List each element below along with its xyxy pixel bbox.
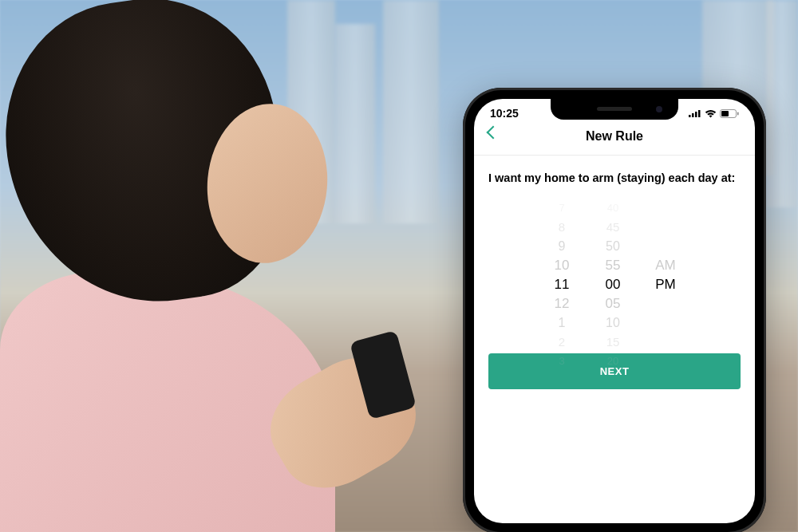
minute-option[interactable]: 40 — [607, 199, 618, 218]
wifi-icon — [705, 109, 717, 118]
minute-selected[interactable]: 00 — [606, 275, 621, 294]
minute-option[interactable]: 45 — [606, 218, 620, 237]
hour-option[interactable]: 7 — [559, 199, 564, 218]
content-area: I want my home to arm (staying) each day… — [474, 156, 755, 405]
phone-mockup-frame: 10:25 New Rule I want my home to arm (st… — [463, 88, 766, 532]
front-camera — [656, 106, 662, 112]
hour-option[interactable]: 3 — [559, 352, 564, 371]
hour-picker-column[interactable]: 7 8 9 10 11 12 1 2 3 — [546, 199, 578, 333]
status-indicators — [689, 109, 739, 118]
minute-option[interactable]: 10 — [606, 313, 620, 333]
status-time: 10:25 — [490, 107, 519, 120]
cellular-signal-icon — [689, 109, 701, 117]
minute-option[interactable]: 05 — [606, 294, 621, 313]
svg-rect-2 — [695, 112, 697, 117]
app-header: New Rule — [474, 123, 755, 156]
hour-option[interactable]: 8 — [559, 218, 565, 237]
hour-option[interactable]: 10 — [555, 256, 570, 275]
svg-rect-0 — [689, 115, 691, 117]
ampm-option[interactable]: AM — [655, 256, 676, 275]
svg-rect-3 — [698, 110, 701, 117]
phone-notch — [551, 99, 678, 120]
speaker-slot — [597, 107, 632, 111]
minute-picker-column[interactable]: 40 45 50 55 00 05 10 15 20 — [597, 199, 629, 333]
hour-option[interactable]: 9 — [559, 237, 566, 256]
hour-selected[interactable]: 11 — [555, 275, 570, 294]
prompt-text: I want my home to arm (staying) each day… — [488, 171, 741, 184]
minute-option[interactable]: 50 — [606, 237, 620, 256]
battery-icon — [720, 109, 739, 118]
page-title: New Rule — [474, 129, 755, 144]
hour-option[interactable]: 12 — [555, 294, 570, 313]
ampm-selected[interactable]: PM — [655, 275, 676, 294]
ampm-picker-column[interactable]: AM PM — [648, 199, 683, 333]
svg-rect-6 — [737, 112, 739, 115]
phone-screen: 10:25 New Rule I want my home to arm (st… — [474, 99, 755, 523]
svg-rect-1 — [692, 113, 694, 117]
hour-option[interactable]: 2 — [559, 333, 565, 352]
time-picker[interactable]: 7 8 9 10 11 12 1 2 3 40 45 50 55 00 05 — [488, 199, 741, 333]
hour-option[interactable]: 1 — [559, 313, 566, 333]
minute-option[interactable]: 15 — [606, 333, 620, 352]
minute-option[interactable]: 55 — [606, 256, 621, 275]
person-in-photo — [0, 0, 415, 532]
minute-option[interactable]: 20 — [607, 352, 618, 371]
svg-rect-5 — [721, 111, 729, 116]
building-shape — [766, 0, 798, 207]
